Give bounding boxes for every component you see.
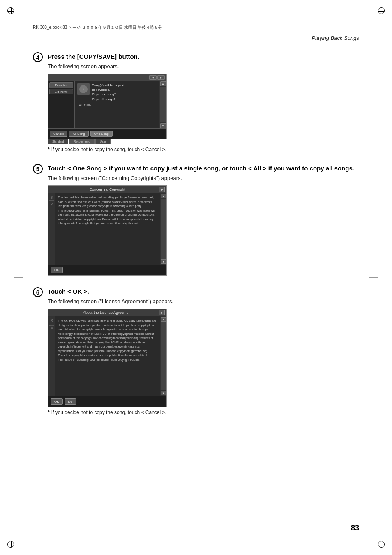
step-4-heading: Press the [COPY/SAVE] button. — [48, 52, 359, 61]
sidebar-btn-favorites[interactable]: Favorites — [49, 82, 73, 88]
screen3-license: About the License Agreement ▶ 10 F The R… — [48, 309, 167, 407]
screen2-copyright: Concerning Copyright ▶ 10 D The law proh… — [48, 185, 167, 276]
scroll-down-btn-2[interactable]: ▼ — [161, 259, 166, 264]
cancel-button[interactable]: Cancel — [50, 131, 67, 137]
screen3-text-area: The RK-300's CD-writing functionality, a… — [55, 316, 160, 396]
page-title: Playing Back Songs — [311, 35, 359, 41]
screen2-bottom: OK — [48, 265, 166, 275]
step-5: 5 Touch < One Song > if you want to copy… — [33, 164, 359, 276]
step-6-desc: The following screen ("License Agreement… — [48, 298, 359, 304]
bottom-center-mark — [196, 532, 196, 541]
screen2-left-bar: 10 D — [48, 193, 55, 265]
screen3-right-bar: ▲ ▼ — [160, 316, 166, 396]
tab-standard[interactable]: Standard — [48, 139, 68, 144]
reg-mark-br — [378, 541, 385, 548]
step-6-content: Touch < OK >. The following screen ("Lic… — [48, 287, 359, 415]
screen1-top-bar: ◀ ▶ — [48, 74, 166, 81]
one-song-button[interactable]: One Song — [90, 131, 113, 137]
step-4-content: Press the [COPY/SAVE] button. The follow… — [48, 52, 359, 152]
no-button-screen3[interactable]: No — [65, 398, 76, 405]
page-number: 83 — [351, 524, 359, 532]
screen1-instrument-icon: ♪ — [77, 83, 90, 95]
step-6-number: 6 — [33, 287, 43, 297]
step-6-note: If you decide not to copy the song, touc… — [48, 410, 359, 415]
step-4-note: If you decide not to copy the song, touc… — [48, 147, 359, 152]
screen2-copyright-text: The law prohibits the unauthorized recod… — [58, 196, 157, 226]
reg-mark-tr — [378, 7, 385, 14]
screen3-body: 10 F The RK-300's CD-writing functionali… — [48, 316, 166, 396]
screen2-text-area: The law prohibits the unauthorized recod… — [55, 193, 160, 265]
step-4-number: 4 — [33, 52, 43, 62]
header-file-info: RK-300_e.book 83 ページ ２００８年９月１０日 水曜日 午後４時… — [33, 25, 162, 30]
scroll-down-btn[interactable]: ▼ — [160, 123, 166, 128]
side-left-mark — [14, 277, 23, 278]
screen3-title-bar: About the License Agreement ▶ — [48, 309, 166, 316]
top-btn-1: ◀ — [149, 75, 157, 80]
ok-button-screen2[interactable]: OK — [51, 267, 63, 273]
step-5-heading: Touch < One Song > if you want to copy j… — [48, 164, 359, 173]
step-5-number: 5 — [33, 164, 43, 174]
step-4-desc: The following screen appears. — [48, 63, 359, 69]
step-5-content: Touch < One Song > if you want to copy j… — [48, 164, 359, 276]
page-container: RK-300_e.book 83 ページ ２００８年９月１０日 水曜日 午後４時… — [0, 0, 392, 555]
screen1-main: ♪ Song(s) will be copied to Favorites. C… — [75, 81, 159, 128]
step-6-heading: Touch < OK >. — [48, 287, 359, 296]
header-bar: RK-300_e.book 83 ページ ２００８年９月１０日 水曜日 午後４時… — [33, 25, 359, 32]
screen3-left-bar: 10 F — [48, 316, 55, 396]
step-6: 6 Touch < OK >. The following screen ("L… — [33, 287, 359, 415]
all-song-button[interactable]: All Song — [69, 131, 89, 137]
tab-recommend[interactable]: Recommend — [69, 139, 95, 144]
screen1-copy-dialog: ◀ ▶ Favorites Ext Memo — [48, 74, 167, 139]
sidebar-btn-ext[interactable]: Ext Memo — [49, 89, 73, 94]
ok-button-screen3[interactable]: OK — [51, 398, 63, 405]
scroll-up-btn-2[interactable]: ▲ — [161, 194, 166, 198]
reg-mark-bl — [7, 541, 14, 548]
page-title-area: Playing Back Songs — [33, 35, 359, 41]
screen3-bottom: OK No — [48, 396, 166, 407]
top-center-mark — [196, 14, 196, 23]
tab-user[interactable]: User — [95, 139, 111, 144]
screen2-right-bar: ▲ ▼ — [160, 193, 166, 265]
screen1-tabs: Standard Recommend User — [48, 139, 359, 144]
screen1-sidebar: Favorites Ext Memo — [48, 81, 75, 128]
scroll-down-btn-3[interactable]: ▼ — [161, 391, 166, 395]
screen3-license-text: The RK-300's CD-writing functionality, a… — [58, 319, 157, 362]
top-rule — [33, 43, 359, 43]
screen1-bottom-bar: Cancel All Song One Song — [48, 128, 166, 139]
bottom-rule — [33, 524, 359, 524]
screen1-right-bar: ▲ ▼ — [159, 81, 166, 128]
step-5-desc: The following screen ("Concerning Copyri… — [48, 175, 359, 181]
scroll-up-btn-3[interactable]: ▲ — [161, 317, 166, 322]
screen1-instrument-label: Twin Piano — [77, 103, 91, 106]
screen1-body: Favorites Ext Memo ♪ — [48, 81, 166, 128]
side-right-mark — [369, 277, 378, 278]
step-4: 4 Press the [COPY/SAVE] button. The foll… — [33, 52, 359, 152]
scroll-up-btn[interactable]: ▲ — [160, 81, 166, 86]
top-btn-2: ▶ — [157, 75, 165, 80]
reg-mark-tl — [7, 7, 14, 14]
screen2-body: 10 D The law prohibits the unauthorized … — [48, 193, 166, 265]
screen1-copy-text: Song(s) will be copied to Favorites. Cop… — [92, 83, 124, 101]
screen2-title: Concerning Copyright ▶ — [48, 186, 166, 193]
